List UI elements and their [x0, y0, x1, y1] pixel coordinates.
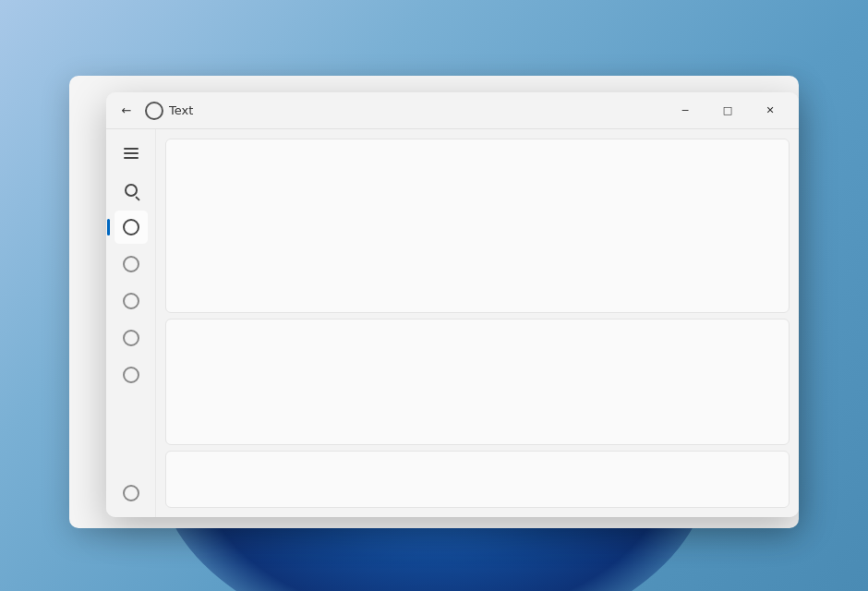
content-panel-3 — [165, 451, 790, 508]
hamburger-line-2 — [124, 152, 139, 154]
search-icon — [125, 184, 138, 197]
title-bar: ← Text ─ □ ✕ — [106, 92, 799, 129]
sidebar-item-nav2[interactable] — [115, 247, 148, 281]
hamburger-icon — [124, 148, 139, 159]
sidebar-item-hamburger[interactable] — [115, 137, 148, 170]
window-title: Text — [169, 103, 193, 117]
hamburger-line-3 — [124, 157, 139, 159]
title-bar-left: ← Text — [114, 98, 664, 124]
nav4-icon — [123, 330, 139, 346]
back-button[interactable]: ← — [114, 98, 139, 124]
sidebar-item-nav4[interactable] — [115, 321, 148, 355]
maximize-button[interactable]: □ — [706, 96, 749, 126]
sidebar-item-search[interactable] — [115, 174, 148, 207]
content-panel-2 — [165, 319, 790, 445]
close-button[interactable]: ✕ — [749, 96, 791, 126]
window-body — [106, 129, 799, 517]
content-area — [156, 129, 799, 517]
content-panel-1 — [165, 139, 790, 313]
nav1-icon — [123, 219, 139, 235]
nav2-icon — [123, 256, 139, 272]
minimize-button[interactable]: ─ — [664, 96, 706, 126]
sidebar-item-nav3[interactable] — [115, 284, 148, 318]
nav6-icon — [123, 485, 139, 501]
back-icon: ← — [122, 103, 132, 117]
sidebar — [106, 129, 156, 517]
hamburger-line-1 — [124, 148, 139, 150]
main-window: ← Text ─ □ ✕ — [106, 92, 799, 517]
nav5-icon — [123, 367, 139, 383]
sidebar-item-nav5[interactable] — [115, 358, 148, 392]
window-controls: ─ □ ✕ — [664, 96, 791, 126]
sidebar-item-nav6[interactable] — [115, 476, 148, 510]
app-icon — [145, 102, 163, 120]
sidebar-item-nav1[interactable] — [115, 211, 148, 244]
nav3-icon — [123, 293, 139, 309]
